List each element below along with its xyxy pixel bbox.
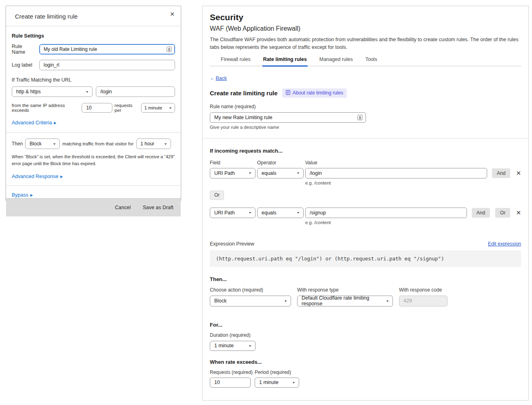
- chevron-down-icon: ▼: [164, 143, 167, 145]
- remove-condition-icon[interactable]: ✕: [516, 170, 521, 176]
- field-select[interactable]: URI Path ▼: [210, 208, 255, 218]
- chevron-down-icon: ▼: [284, 300, 287, 302]
- back-arrow-icon: ←: [210, 76, 215, 81]
- rule-name-row: Rule Name: [12, 44, 175, 55]
- value-helper: e.g. /content: [305, 180, 521, 185]
- duration-label: Duration (required): [210, 332, 521, 338]
- value-column-label: Value: [305, 160, 317, 166]
- block-duration-select[interactable]: 1 hour ▼: [136, 138, 171, 149]
- tab-bar: Firewall rules Rate limiting rules Manag…: [210, 57, 521, 66]
- disclosure-triangle-icon: ▶: [54, 121, 56, 125]
- then-heading: Then...: [210, 276, 521, 282]
- back-link[interactable]: ← Back: [210, 76, 227, 81]
- dialog-header: Create rate limiting rule ✕: [6, 6, 181, 26]
- then-row: Then Block ▼ matching traffic from that …: [12, 138, 175, 149]
- paste-icon[interactable]: [357, 115, 363, 120]
- about-rate-limiting-badge[interactable]: About rate limiting rules: [282, 88, 347, 98]
- and-button[interactable]: And: [492, 168, 510, 178]
- period-select[interactable]: 1 minute ▼: [255, 378, 299, 388]
- chevron-down-icon: ▼: [53, 143, 56, 145]
- match-heading: If incoming requests match...: [210, 148, 521, 154]
- rule-name-label: Rule Name: [12, 44, 36, 55]
- response-type-select[interactable]: Default Cloudflare rate limiting respons…: [297, 296, 393, 306]
- value-input[interactable]: [305, 168, 487, 178]
- url-input[interactable]: [96, 86, 175, 97]
- value-helper: e.g. /content: [305, 220, 521, 225]
- operator-select[interactable]: equals ▼: [257, 168, 304, 178]
- dialog-footer: Cancel Save as Draft: [6, 198, 181, 216]
- log-label-input[interactable]: [39, 60, 175, 70]
- operator-column-label: Operator: [257, 160, 304, 166]
- chevron-down-icon: ▼: [248, 344, 252, 347]
- close-icon[interactable]: ✕: [170, 11, 175, 17]
- rule-name-label: Rule name (required): [210, 104, 521, 109]
- period-label: Period (required): [255, 369, 299, 375]
- tab-firewall-rules[interactable]: Firewall rules: [220, 57, 251, 67]
- page-title: Security: [210, 13, 521, 22]
- disclosure-triangle-icon: ▶: [30, 193, 33, 197]
- document-icon: [286, 90, 290, 96]
- or-button[interactable]: Or: [495, 208, 510, 218]
- chevron-down-icon: ▼: [292, 381, 296, 384]
- chevron-down-icon: ▼: [248, 172, 252, 174]
- for-heading: For...: [210, 322, 521, 328]
- then-label: Then: [12, 141, 23, 147]
- field-select[interactable]: URI Path ▼: [210, 168, 255, 178]
- chevron-down-icon: ▼: [85, 90, 89, 93]
- bypass-link[interactable]: Bypass ▶: [12, 192, 33, 198]
- log-label-row: Log label: [12, 60, 175, 70]
- or-button[interactable]: Or: [210, 191, 224, 200]
- page-description: The Cloudflare WAF provides both automat…: [210, 36, 521, 51]
- requests-input[interactable]: [210, 378, 251, 388]
- scheme-select[interactable]: http & https ▼: [12, 86, 93, 97]
- edit-expression-link[interactable]: Edit expression: [488, 241, 521, 247]
- field-column-label: Field: [210, 160, 255, 166]
- rule-settings-heading: Rule Settings: [12, 33, 175, 39]
- save-as-draft-button[interactable]: Save as Draft: [143, 205, 173, 210]
- match-condition-row: URI Path ▼ equals ▼ And Or ✕: [210, 208, 521, 218]
- expression-preview-label: Expression Preview: [210, 241, 254, 247]
- threshold-row: from the same IP address exceeds request…: [12, 103, 175, 113]
- dialog-title: Create rate limiting rule: [15, 13, 172, 20]
- match-condition-row: URI Path ▼ equals ▼ And ✕: [210, 168, 521, 178]
- requests-label: Requests (required): [210, 369, 251, 375]
- block-note: When “Block” is set, when the threshold …: [12, 153, 175, 167]
- action-select[interactable]: Block ▼: [210, 296, 291, 306]
- paste-icon[interactable]: [167, 46, 172, 52]
- rule-name-helper: Give your rule a descriptive name: [210, 125, 521, 130]
- cancel-button[interactable]: Cancel: [115, 205, 131, 210]
- legacy-rate-limit-dialog: Create rate limiting rule ✕ Rule Setting…: [6, 6, 181, 201]
- advanced-criteria-link[interactable]: Advanced Criteria ▶: [12, 120, 57, 126]
- requests-input[interactable]: [82, 103, 112, 113]
- page-subtitle: WAF (Web Application Firewall): [210, 25, 521, 32]
- and-button[interactable]: And: [472, 208, 490, 218]
- tab-managed-rules[interactable]: Managed rules: [319, 57, 354, 67]
- value-input[interactable]: [305, 208, 467, 218]
- then-middle-text: matching traffic from that visitor for: [62, 141, 133, 146]
- threshold-middle: requests per: [114, 103, 139, 113]
- divider: [203, 138, 528, 138]
- response-code-input: [399, 296, 448, 306]
- url-match-row: http & https ▼: [12, 86, 175, 97]
- advanced-response-link[interactable]: Advanced Response ▶: [12, 174, 63, 179]
- form-title: Create rate limiting rule: [210, 90, 278, 97]
- divider: [6, 185, 181, 186]
- chevron-down-icon: ▼: [296, 211, 300, 214]
- remove-condition-icon[interactable]: ✕: [516, 210, 521, 216]
- waf-page-panel: Security WAF (Web Application Firewall) …: [202, 6, 529, 401]
- chevron-down-icon: ▼: [169, 107, 172, 109]
- rule-name-input[interactable]: [210, 112, 366, 123]
- operator-select[interactable]: equals ▼: [257, 208, 304, 218]
- log-label-label: Log label: [12, 62, 36, 68]
- dialog-body: Rule Settings Rule Name Log label If Tra…: [6, 26, 181, 198]
- threshold-prefix: from the same IP address exceeds: [12, 103, 80, 113]
- response-code-label: With response code: [399, 287, 448, 293]
- action-select[interactable]: Block ▼: [25, 138, 60, 149]
- period-select[interactable]: 1 minute ▼: [141, 103, 175, 113]
- rule-name-input[interactable]: [39, 44, 175, 55]
- disclosure-triangle-icon: ▶: [60, 175, 63, 178]
- duration-select[interactable]: 1 minute ▼: [210, 341, 255, 351]
- response-type-label: With response type: [297, 287, 393, 293]
- tab-rate-limiting-rules[interactable]: Rate limiting rules: [262, 57, 308, 67]
- tab-tools[interactable]: Tools: [365, 57, 378, 67]
